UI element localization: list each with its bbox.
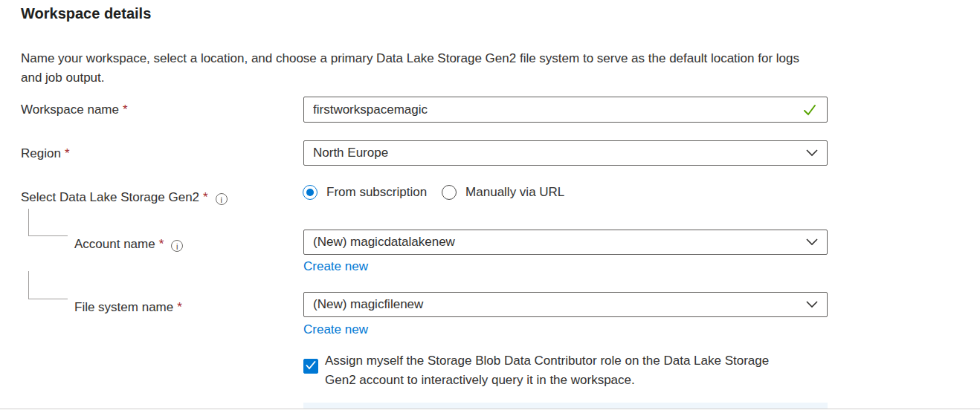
tree-connector bbox=[28, 209, 68, 236]
radio-from-subscription-label[interactable]: From subscription bbox=[326, 185, 427, 200]
radio-from-subscription[interactable] bbox=[303, 185, 317, 200]
account-name-value: (New) magicdatalakenew bbox=[313, 235, 806, 250]
workspace-name-label: Workspace name* bbox=[21, 103, 128, 117]
file-system-name-value: (New) magicfilenew bbox=[313, 297, 806, 312]
assign-role-label[interactable]: Assign myself the Storage Blob Data Cont… bbox=[325, 351, 771, 390]
account-name-dropdown[interactable]: (New) magicdatalakenew bbox=[303, 230, 828, 255]
account-name-label: Account name*i bbox=[74, 237, 183, 252]
checkbox-check-icon bbox=[306, 360, 316, 373]
chevron-down-icon bbox=[806, 149, 818, 157]
file-system-name-dropdown[interactable]: (New) magicfilenew bbox=[303, 292, 828, 317]
account-create-new-link[interactable]: Create new bbox=[303, 259, 368, 274]
storage-source-label: Select Data Lake Storage Gen2*i bbox=[21, 190, 228, 205]
required-asterisk: * bbox=[203, 190, 208, 204]
form-description: Name your workspace, select a location, … bbox=[21, 49, 806, 88]
info-icon[interactable]: i bbox=[171, 240, 183, 252]
workspace-name-input[interactable] bbox=[313, 103, 802, 117]
file-system-create-new-link[interactable]: Create new bbox=[303, 322, 368, 337]
workspace-name-field[interactable] bbox=[303, 97, 828, 123]
radio-manually-via-url-label[interactable]: Manually via URL bbox=[465, 185, 564, 200]
required-asterisk: * bbox=[65, 146, 70, 160]
required-asterisk: * bbox=[159, 237, 164, 251]
assign-role-checkbox[interactable] bbox=[303, 359, 318, 374]
region-value: North Europe bbox=[313, 146, 806, 160]
radio-manually-via-url[interactable] bbox=[442, 185, 457, 200]
chevron-down-icon bbox=[806, 301, 818, 308]
region-dropdown[interactable]: North Europe bbox=[303, 140, 828, 166]
section-divider bbox=[0, 409, 980, 409]
required-asterisk: * bbox=[123, 103, 128, 117]
info-icon[interactable]: i bbox=[216, 193, 228, 205]
valid-check-icon bbox=[802, 102, 818, 118]
chevron-down-icon bbox=[806, 238, 818, 246]
workspace-details-form: Workspace details Name your workspace, s… bbox=[0, 0, 980, 413]
region-label: Region* bbox=[21, 146, 70, 161]
tree-connector bbox=[28, 271, 68, 299]
page-title: Workspace details bbox=[21, 5, 151, 22]
file-system-name-label: File system name* bbox=[74, 300, 182, 315]
storage-source-radio-group: From subscription Manually via URL bbox=[303, 185, 564, 200]
required-asterisk: * bbox=[177, 300, 182, 314]
